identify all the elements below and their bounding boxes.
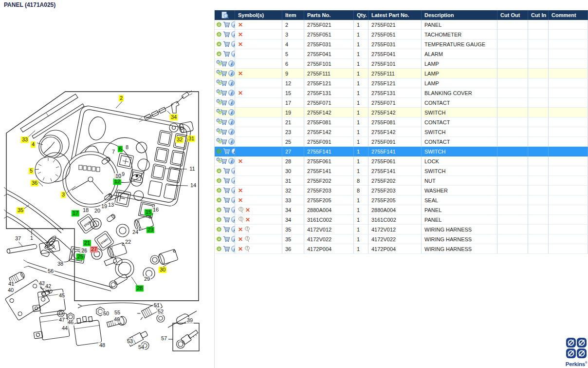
table-row[interactable]: ⚙⚙i✕92755F11112755F111LAMP bbox=[215, 69, 588, 78]
diagram-callout-28[interactable]: 28 bbox=[136, 285, 144, 291]
configure-assembly-icon[interactable]: ⚙⚙ bbox=[216, 90, 219, 97]
diagram-callout-38[interactable]: 38 bbox=[56, 261, 64, 267]
info-icon[interactable]: i bbox=[231, 31, 235, 38]
info-icon[interactable]: i bbox=[231, 236, 235, 242]
info-icon[interactable]: i bbox=[228, 90, 235, 96]
add-to-cart-icon[interactable] bbox=[223, 236, 230, 242]
diagram-callout-37[interactable]: 37 bbox=[14, 235, 22, 242]
table-row[interactable]: ⚙⚙i172755F07112755F071CONTACT bbox=[215, 98, 588, 108]
add-to-cart-icon[interactable] bbox=[223, 148, 230, 155]
diagram-callout-10[interactable]: 10 bbox=[114, 173, 122, 179]
diagram-callout-21[interactable]: 21 bbox=[83, 240, 91, 246]
diagram-callout-41[interactable]: 41 bbox=[7, 281, 15, 287]
table-row[interactable]: ⚙i✕22755F02112755F021PANEL bbox=[215, 20, 588, 30]
info-icon[interactable]: i bbox=[228, 70, 235, 77]
info-icon[interactable]: i bbox=[228, 119, 235, 125]
diagram-callout-20[interactable]: 20 bbox=[93, 208, 101, 214]
info-icon[interactable]: i bbox=[231, 187, 235, 194]
diagram-callout-6[interactable]: 6 bbox=[118, 146, 123, 152]
diagram-callout-32[interactable]: 32 bbox=[176, 136, 184, 143]
configure-part-icon[interactable]: ⚙ bbox=[216, 168, 222, 174]
info-icon[interactable]: i bbox=[231, 207, 235, 213]
diagram-callout-29[interactable]: 29 bbox=[143, 276, 151, 282]
info-icon[interactable]: i bbox=[228, 158, 235, 164]
add-to-cart-icon[interactable] bbox=[223, 41, 230, 47]
diagram-callout-2[interactable]: 2 bbox=[119, 95, 124, 101]
configure-assembly-icon[interactable]: ⚙⚙ bbox=[216, 119, 219, 126]
diagram-callout-23[interactable]: 23 bbox=[147, 227, 154, 233]
diagram-callout-55[interactable]: 55 bbox=[113, 310, 121, 316]
configure-assembly-icon[interactable]: ⚙⚙ bbox=[216, 60, 219, 67]
configure-assembly-icon[interactable]: ⚙⚙ bbox=[216, 129, 219, 136]
diagram-callout-8[interactable]: 8 bbox=[125, 144, 129, 151]
table-row[interactable]: ⚙i✕32755F05112755F051TACHOMETER bbox=[215, 30, 588, 39]
table-row[interactable]: ⚙i52755F04112755F041ALARM bbox=[215, 49, 588, 59]
diagram-callout-48[interactable]: 48 bbox=[98, 342, 106, 349]
diagram-callout-26[interactable]: 26 bbox=[80, 248, 88, 254]
info-icon[interactable]: i bbox=[228, 129, 235, 135]
table-row[interactable]: ⚙⚙i192755F14212755F142SWITCH bbox=[215, 108, 588, 117]
diagram-callout-54[interactable]: 54 bbox=[137, 344, 145, 350]
info-icon[interactable]: i bbox=[231, 41, 235, 47]
configure-part-icon[interactable]: ⚙ bbox=[216, 236, 222, 242]
diagram-callout-47[interactable]: 47 bbox=[58, 317, 66, 323]
info-icon[interactable]: i bbox=[231, 21, 235, 28]
diagram-callout-15[interactable]: 15 bbox=[145, 209, 152, 215]
configure-part-icon[interactable]: ⚙ bbox=[216, 41, 222, 47]
diagram-callout-4[interactable]: 4 bbox=[31, 141, 36, 148]
add-to-cart-icon[interactable] bbox=[223, 246, 230, 252]
table-row[interactable]: ⚙⚙i122755F12112755F121LAMP bbox=[215, 78, 588, 88]
info-icon[interactable]: i bbox=[228, 60, 235, 67]
diagram-callout-39[interactable]: 39 bbox=[186, 317, 194, 324]
diagram-callout-34[interactable]: 34 bbox=[170, 114, 178, 120]
diagram-callout-49[interactable]: 49 bbox=[113, 316, 121, 323]
table-row[interactable]: ⚙i302755F14112755F141SWITCH bbox=[215, 166, 588, 176]
info-icon[interactable]: i bbox=[231, 216, 235, 223]
configure-assembly-icon[interactable]: ⚙⚙ bbox=[216, 109, 219, 116]
diagram-callout-1[interactable]: 1 bbox=[29, 235, 34, 241]
add-to-cart-icon[interactable] bbox=[223, 187, 230, 194]
add-to-cart-icon[interactable] bbox=[223, 31, 230, 38]
diagram-callout-19[interactable]: 19 bbox=[100, 203, 108, 210]
diagram-callout-53[interactable]: 53 bbox=[126, 338, 134, 345]
diagram-callout-33[interactable]: 33 bbox=[21, 136, 29, 143]
diagram-callout-40[interactable]: 40 bbox=[7, 287, 15, 293]
info-icon[interactable]: i bbox=[228, 138, 235, 145]
diagram-callout-56[interactable]: 56 bbox=[47, 268, 55, 274]
table-row[interactable]: ⚙⚙i252755F09112755F091CONTACT bbox=[215, 137, 588, 147]
configure-assembly-icon[interactable]: ⚙⚙ bbox=[216, 80, 219, 87]
diagram-callout-3[interactable]: 3 bbox=[61, 192, 66, 198]
diagram-callout-27[interactable]: 27 bbox=[90, 246, 98, 252]
diagram-callout-22[interactable]: 22 bbox=[124, 239, 132, 245]
info-icon[interactable]: i bbox=[231, 148, 235, 155]
info-icon[interactable]: i bbox=[228, 80, 235, 86]
diagram-callout-24[interactable]: 24 bbox=[131, 229, 139, 235]
diagram-callout-7[interactable]: 7 bbox=[111, 149, 116, 155]
configure-assembly-icon[interactable]: ⚙⚙ bbox=[216, 99, 219, 106]
info-icon[interactable]: i bbox=[228, 99, 235, 106]
diagram-callout-30[interactable]: 30 bbox=[159, 267, 166, 273]
diagram-callout-57[interactable]: 57 bbox=[160, 335, 168, 342]
configure-part-icon[interactable]: ⚙ bbox=[216, 148, 222, 155]
table-row[interactable]: ⚙i312755F20282755F202NUT bbox=[215, 176, 588, 186]
configure-part-icon[interactable]: ⚙ bbox=[216, 21, 222, 28]
table-row[interactable]: ⚙i✕!364172P00414172P004WIRING HARNESS bbox=[215, 244, 588, 254]
info-icon[interactable]: i bbox=[228, 109, 235, 116]
info-icon[interactable]: i bbox=[231, 246, 235, 252]
add-to-cart-icon[interactable] bbox=[223, 207, 230, 213]
info-icon[interactable]: i bbox=[231, 226, 235, 232]
diagram-callout-16[interactable]: 16 bbox=[152, 207, 160, 213]
table-row[interactable]: ⚙i!✕343161C00213161C002PANEL bbox=[215, 215, 588, 225]
table-row[interactable]: ⚙⚙i✕282755F06112755F061LOCK bbox=[215, 156, 588, 166]
diagram-callout-45[interactable]: 45 bbox=[58, 292, 66, 299]
table-row[interactable]: ⚙i272755F14112755F141SWITCH bbox=[215, 147, 588, 156]
configure-part-icon[interactable]: ⚙ bbox=[216, 51, 222, 57]
diagram-callout-11[interactable]: 11 bbox=[188, 166, 196, 172]
diagram-callout-18[interactable]: 18 bbox=[82, 207, 90, 213]
add-to-cart-icon[interactable] bbox=[223, 226, 230, 232]
configure-part-icon[interactable]: ⚙ bbox=[216, 246, 222, 252]
table-row[interactable]: ⚙i✕!354172V01214172V012WIRING HARNESS bbox=[215, 225, 588, 234]
add-to-cart-icon[interactable] bbox=[223, 168, 230, 174]
table-row[interactable]: ⚙i✕42755F03112755F031TEMPERATURE GAUGE bbox=[215, 39, 588, 49]
add-to-cart-icon[interactable] bbox=[223, 21, 230, 28]
